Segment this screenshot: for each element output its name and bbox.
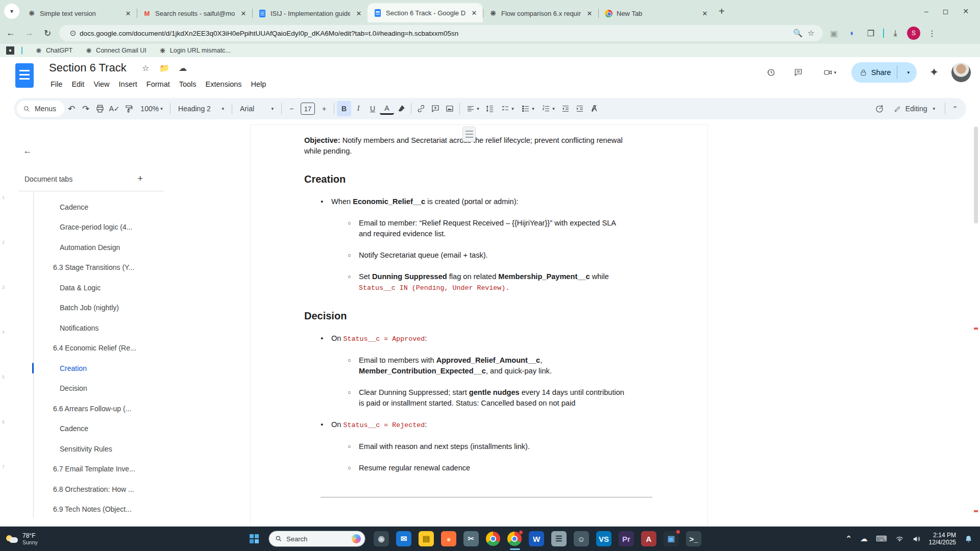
taskbar-app-mail-app[interactable]: ✉ [396,531,411,546]
activity-timer-icon[interactable] [872,101,887,116]
browser-tab[interactable]: New Tab✕ [598,4,714,22]
sidebar-item[interactable]: Batch Job (nightly) [0,298,174,318]
font-size-field[interactable]: 17 [301,103,315,115]
menu-view[interactable]: View [89,79,114,90]
sidebar-item[interactable]: Decision [0,379,174,399]
bookmark-item[interactable]: ❋Connect Gmail UI [85,46,146,55]
page-indicator-icon[interactable] [462,127,476,142]
tab-close-icon[interactable]: ✕ [239,9,248,18]
menu-extensions[interactable]: Extensions [201,79,247,90]
bookmark-item[interactable]: ❋ChatGPT [35,46,72,55]
taskbar-app-snipping-tool[interactable]: ✂ [463,531,479,546]
increase-indent-icon[interactable] [573,101,587,116]
lens-search-icon[interactable]: 🔍 [791,27,804,40]
apps-grid-icon[interactable] [6,46,14,55]
weather-widget[interactable]: 78°F Sunny [0,532,61,545]
bulleted-list-icon[interactable]: ▾ [518,101,538,116]
minimize-button[interactable]: – [924,7,928,15]
comments-icon[interactable] [788,62,808,83]
downloads-icon[interactable]: ⤓ [888,26,902,40]
taskbar-app-contacts-app[interactable]: ☺ [574,531,589,546]
account-avatar[interactable] [951,63,971,82]
touch-keyboard-icon[interactable]: ⌨ [876,534,887,543]
reload-icon[interactable]: ↻ [40,26,55,41]
menu-help[interactable]: Help [247,79,271,90]
url-field[interactable]: ⊙ docs.google.com/document/d/1jkdXn2EE3q… [59,25,823,41]
browser-tab[interactable]: ISIJ - Implementation guide - G✕ [252,4,368,22]
tab-close-icon[interactable]: ✕ [700,9,709,18]
sidebar-item[interactable]: Notifications [0,318,174,338]
tab-search-chevron-icon[interactable]: ▾ [4,4,19,19]
share-button[interactable]: Share ▾ [851,62,917,83]
new-tab-button[interactable]: + [719,6,725,17]
document-scrollbar[interactable] [974,123,978,523]
styles-select[interactable]: Heading 2▾ [173,101,229,116]
font-select[interactable]: Arial▾ [235,101,279,116]
taskbar-app-file-explorer[interactable]: ▤ [419,531,434,546]
spellcheck-icon[interactable]: A✓ [107,101,121,116]
taskbar-app-camera-app[interactable]: ◉ [374,531,389,546]
bookmark-star-icon[interactable]: ☆ [804,27,818,40]
forward-icon[interactable]: → [21,26,37,41]
menu-insert[interactable]: Insert [114,79,142,90]
taskbar-search-box[interactable]: Search [268,531,365,547]
tab-close-icon[interactable]: ✕ [124,9,133,18]
browser-profile-avatar[interactable]: S [906,26,921,40]
insert-link-icon[interactable] [414,101,428,116]
italic-icon[interactable]: I [351,101,365,116]
checklist-icon[interactable]: ▾ [497,101,518,116]
star-document-icon[interactable]: ☆ [142,63,149,73]
sidebar-item[interactable]: 6.4 Economic Relief (Re... [0,338,174,359]
taskbar-clock[interactable]: 2:14 PM 12/4/2025 [929,532,956,546]
taskbar-app-access[interactable]: A [641,531,656,546]
insert-image-icon[interactable] [443,101,457,116]
video-call-icon[interactable]: ▾ [816,62,844,83]
maximize-button[interactable]: ◻ [943,7,949,15]
scrollbar-thumb[interactable] [974,127,978,223]
sidebar-item[interactable]: 6.6 Arrears Follow-up (... [0,398,174,419]
numbered-list-icon[interactable]: ▾ [538,101,558,116]
volume-icon[interactable] [912,535,921,543]
print-icon[interactable] [93,101,107,116]
extensions-icon[interactable]: ❐ [864,26,878,40]
sidebar-item[interactable]: Grace-period logic (4... [0,217,174,238]
decrease-indent-icon[interactable] [558,101,573,116]
paint-format-icon[interactable] [121,101,136,116]
password-manager-icon[interactable]: ◐ [845,26,860,40]
tab-close-icon[interactable]: ✕ [354,9,363,18]
sidebar-item[interactable]: 6.9 Tech Notes (Object... [0,499,174,520]
font-size-increase-icon[interactable]: + [317,101,331,116]
tab-close-icon[interactable]: ✕ [585,9,594,18]
taskbar-app-terminal[interactable]: >_ [686,531,701,546]
google-docs-logo-icon[interactable] [15,63,34,88]
taskbar-app-remote-desktop[interactable]: ▣ [664,531,679,546]
gemini-sparkle-icon[interactable]: ✦ [924,62,944,83]
sidebar-item[interactable]: Automation Design [0,237,174,258]
zoom-select[interactable]: 100%▾ [136,101,167,116]
browser-tab[interactable]: ❋Flow comparison 6.x requireme✕ [483,4,598,22]
document-page[interactable]: Objective: Notify members and Secretaria… [250,124,708,527]
hide-menus-icon[interactable]: ⌃ [948,101,962,116]
browser-tab[interactable]: Section 6 Track - Google Docs✕ [368,3,483,22]
sidebar-item[interactable]: Creation [0,358,174,379]
onedrive-icon[interactable]: ☁ [860,534,868,543]
taskbar-app-vscode[interactable]: VS [596,531,611,546]
bold-icon[interactable]: B [337,101,351,116]
underline-icon[interactable]: U [365,101,380,116]
menu-file[interactable]: File [46,79,67,90]
menus-search-button[interactable]: Menus [17,101,64,117]
sidebar-item[interactable]: 6.3 Stage Transitions (Y... [0,258,174,278]
browser-tab[interactable]: ❋Simple text version✕ [21,4,137,22]
tray-expand-icon[interactable]: ⌃ [845,534,852,543]
bookmark-item[interactable]: ❋Login URL mismatc... [159,46,231,55]
taskbar-app-word[interactable]: W [529,531,544,546]
cloud-saved-icon[interactable]: ☁ [179,63,187,73]
browser-tab[interactable]: MSearch results - saiful@momen✕ [137,4,252,22]
site-settings-icon[interactable]: ⊙ [66,27,80,40]
align-icon[interactable]: ▾ [462,101,483,116]
tab-close-icon[interactable]: ✕ [470,8,479,17]
taskbar-app-firefox[interactable]: ● [441,531,456,546]
editing-mode-select[interactable]: Editing ▾ [887,101,942,117]
menu-format[interactable]: Format [142,79,175,90]
clear-formatting-icon[interactable]: Ⱥ [587,101,601,116]
